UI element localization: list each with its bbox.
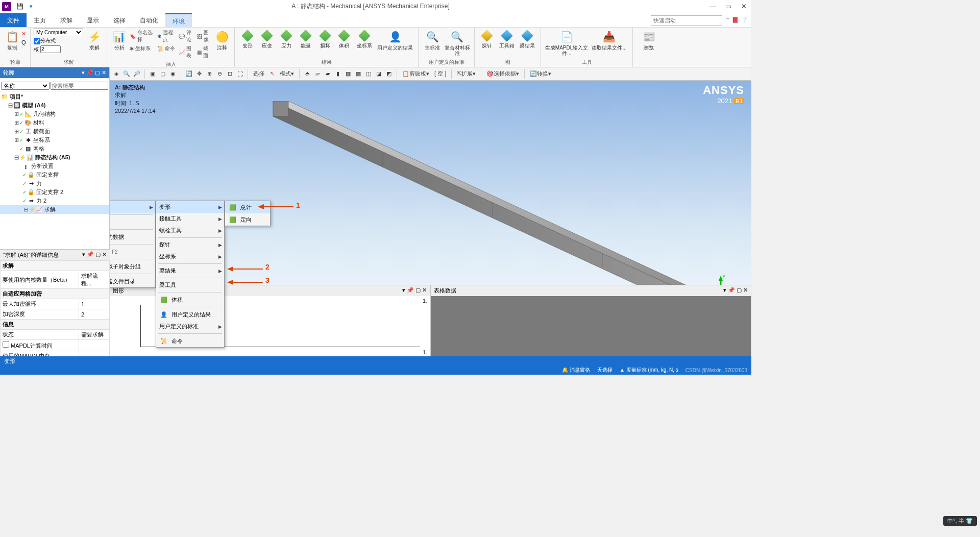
ctx-insert[interactable]: 插入▶: [110, 201, 155, 213]
ctx-beam-result[interactable]: 梁结果▶: [156, 265, 224, 277]
tab-select[interactable]: 选择: [106, 13, 133, 27]
ctx-deform[interactable]: 变形▶: [156, 201, 224, 213]
ctx-solve[interactable]: ⚡求解: [110, 216, 155, 228]
damage-button[interactable]: 损坏: [315, 29, 335, 52]
graph-pin-icon[interactable]: ▾ 📌 ▢ ✕: [402, 287, 427, 295]
pan-icon[interactable]: ✥: [194, 69, 204, 79]
ctx-user-result[interactable]: 👤用户定义的结果: [156, 308, 224, 321]
clipboard-dropdown[interactable]: 📋剪贴板▾: [400, 70, 431, 78]
tab-home[interactable]: 主页: [27, 13, 53, 27]
tab-display[interactable]: 显示: [80, 13, 106, 27]
sel-c-icon[interactable]: ◩: [384, 69, 394, 79]
coord-sys-button[interactable]: ✱坐标系: [128, 44, 156, 53]
computer-select[interactable]: My Computer: [34, 29, 83, 36]
minimize-button[interactable]: —: [705, 0, 721, 13]
probe-button[interactable]: 探针: [478, 29, 496, 50]
cube-view-icon[interactable]: ▣: [148, 69, 157, 79]
pin-icon[interactable]: ▾ 📌 ▢ ✕: [82, 69, 106, 76]
copy-button[interactable]: 📋复制: [3, 29, 21, 52]
outline-filter-select[interactable]: 名称: [1, 82, 50, 90]
details-pin-icon[interactable]: ▾ 📌 ▢ ✕: [82, 251, 107, 259]
distributed-checkbox[interactable]: [34, 38, 40, 44]
volume-button[interactable]: 体积: [334, 29, 354, 52]
vertex-icon[interactable]: ⬘: [303, 69, 312, 79]
maximize-button[interactable]: ▭: [721, 0, 736, 13]
chart-button[interactable]: 📈图表: [177, 44, 195, 60]
tree-solution-node[interactable]: ⊟⚡📈求解: [0, 205, 109, 214]
solve-button[interactable]: ⚡求解: [85, 29, 104, 52]
zoom-in-icon[interactable]: ⊕: [205, 69, 214, 79]
select-cursor-icon[interactable]: ↖: [267, 69, 277, 79]
mapdl-read-button[interactable]: 📥读取结果文件...: [589, 29, 629, 57]
user-result-button[interactable]: 👤用户定义的结果: [375, 29, 415, 52]
zoom-fit-icon[interactable]: 🔍: [122, 69, 131, 79]
comment-button[interactable]: 💬评论: [177, 29, 195, 44]
element-icon[interactable]: ▩: [354, 69, 363, 79]
mapdl-input-button[interactable]: 📄生成MAPDL输入文件...: [544, 29, 589, 57]
tab-file[interactable]: 文件: [0, 13, 27, 27]
body-icon[interactable]: ▮: [333, 69, 342, 79]
ctx-contact-tool[interactable]: 接触工具▶: [156, 213, 224, 225]
shaded-icon[interactable]: ◉: [168, 69, 178, 79]
wireframe-icon[interactable]: ▢: [158, 69, 167, 79]
sel-b-icon[interactable]: ◪: [374, 69, 383, 79]
tab-solve[interactable]: 求解: [53, 13, 80, 27]
outline-search-input[interactable]: [51, 82, 108, 90]
composite-std-button[interactable]: 🔍复合材料标准: [443, 29, 471, 57]
ctx-user-std[interactable]: 用户定义的标准▶: [156, 321, 224, 332]
quickstart-search[interactable]: [651, 15, 722, 26]
beam-result-button[interactable]: 梁结果: [517, 29, 537, 50]
table-pin-icon[interactable]: ▾ 📌 ▢ ✕: [723, 287, 748, 295]
mode-dropdown[interactable]: 模式▾: [278, 70, 296, 78]
isometric-icon[interactable]: ◈: [112, 69, 121, 79]
graphics-viewport[interactable]: A: 静态结构 求解 时间: 1. S 2022/7/24 17:14 ANSY…: [110, 81, 751, 356]
ctx-rename[interactable]: ab重命名F2: [110, 246, 155, 258]
strain-button[interactable]: 应变: [257, 29, 277, 52]
tab-automation[interactable]: 自动化: [133, 13, 165, 27]
selectby-dropdown[interactable]: 🎯选择依据▾: [484, 70, 521, 78]
main-std-button[interactable]: 🔍主标准: [422, 29, 443, 57]
tab-environment[interactable]: 环境: [165, 13, 192, 27]
help-question-icon[interactable]: ❔: [741, 17, 748, 23]
extend-dropdown[interactable]: ⇱扩展▾: [455, 70, 478, 78]
mapdl-time-checkbox[interactable]: [3, 341, 9, 348]
delete-icon[interactable]: ✕: [21, 31, 26, 37]
coord-button[interactable]: 坐标系: [354, 29, 375, 52]
ctx-probe[interactable]: 探针▶: [156, 239, 224, 251]
face-icon[interactable]: ▰: [323, 69, 332, 79]
ctx-directional[interactable]: 🟩定向: [225, 213, 270, 226]
edge-icon[interactable]: ▱: [313, 69, 322, 79]
node-icon[interactable]: ▦: [344, 69, 353, 79]
help-expand-icon[interactable]: ⌃: [725, 17, 730, 23]
zoom-box-icon[interactable]: ⊡: [225, 69, 234, 79]
close-button[interactable]: ✕: [736, 0, 751, 13]
energy-button[interactable]: 能量: [296, 29, 315, 52]
ctx-clear[interactable]: 🧹清除生成的数据: [110, 231, 155, 243]
ctx-bolt-tool[interactable]: 螺栓工具▶: [156, 225, 224, 236]
outline-tree[interactable]: 📁项目* ⊟🔲模型 (A4) ⊞✓📐几何结构 ⊞✓🎨材料 ⊞✓工横截面 ⊞✓✱坐…: [0, 91, 109, 249]
convert-dropdown[interactable]: 🔄转换▾: [528, 70, 553, 78]
ctx-beam-tool[interactable]: 梁工具: [156, 279, 224, 291]
save-icon[interactable]: 💾: [15, 2, 24, 11]
fit-icon[interactable]: ⛶: [235, 69, 244, 79]
named-sel-button[interactable]: 🔖命名选择: [128, 29, 156, 44]
cores-input[interactable]: [40, 45, 61, 53]
command-button[interactable]: 📜命令: [156, 44, 177, 53]
analysis-button[interactable]: 📊分析: [110, 29, 128, 60]
ctx-group[interactable]: 📁将所有相似子对象分组: [110, 260, 155, 273]
sel-a-icon[interactable]: ◫: [364, 69, 373, 79]
image-button[interactable]: 🖼图像: [195, 29, 213, 44]
toolbox-button[interactable]: 工具箱: [496, 29, 517, 50]
zoom-icon[interactable]: 🔎: [132, 69, 141, 79]
qat-dropdown-icon[interactable]: ▾: [27, 2, 36, 11]
ctx-open-solver-dir[interactable]: 📂打开求解器文件目录: [110, 275, 155, 287]
annotate-button[interactable]: 🟡注释: [213, 29, 231, 60]
zoom-out-icon[interactable]: ⊖: [215, 69, 224, 79]
rotate-icon[interactable]: 🔄: [184, 69, 193, 79]
section-button[interactable]: ▦截面: [195, 44, 213, 60]
ctx-cs[interactable]: 坐标系▶: [156, 251, 224, 262]
ctx-command[interactable]: 📜命令: [156, 335, 224, 347]
help-book-icon[interactable]: 📕: [732, 17, 739, 23]
stress-button[interactable]: 应力: [277, 29, 296, 52]
remote-pt-button[interactable]: ✱远程点: [156, 29, 177, 44]
